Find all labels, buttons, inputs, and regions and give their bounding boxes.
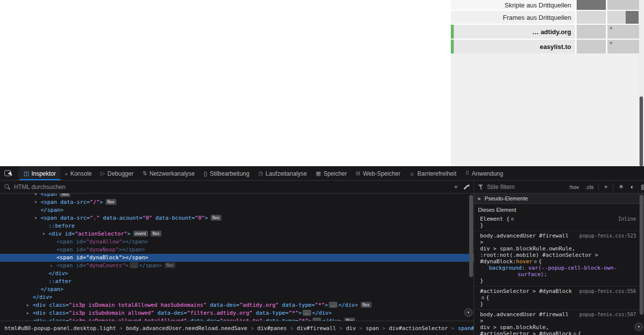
markup-row[interactable]: <span id="dynaAllow"></span> [0,238,474,246]
markup-row[interactable]: </div> [0,293,474,301]
stylesheet-link[interactable]: popup-fenix.css:556 [575,288,636,294]
rule-selector[interactable]: #actionSelector > #dynaBlock [480,288,572,294]
tab-debugger[interactable]: ▷Debugger [96,167,138,180]
firewall-row-label[interactable]: easylist.to [454,40,575,53]
rule-selector[interactable]: :root:not(.mobile) #actionSelector > [480,252,598,258]
breadcrumb-item[interactable]: html#uBO-popup-panel.desktop.light [4,325,116,332]
firewall-cell[interactable] [577,0,606,10]
dark-scheme-icon[interactable]: ◐ [629,184,636,190]
firewall-cell[interactable]: + [607,40,639,53]
css-property-name[interactable]: background [489,265,522,271]
tab-storage[interactable]: ⊟Web-Speicher [351,167,405,180]
flex-badge[interactable]: flex [106,199,116,205]
twisty-icon[interactable]: ▼ [35,214,41,222]
rule-selector[interactable]: div > span.blockRule, [480,324,549,331]
eyedropper-icon[interactable] [463,184,470,191]
firewall-row-label[interactable]: Frames aus Drittquellen [451,11,575,24]
selector-highlighter-icon[interactable]: ⚙ [482,294,484,301]
markup-row[interactable]: </span> [0,206,474,214]
twisty-icon[interactable]: ▼ [43,230,49,238]
firewall-row-label[interactable]: Skripte aus Drittquellen [451,0,575,10]
rule-selector[interactable]: #actionSelector > #dynaBlock [480,331,572,335]
stylesheet-link[interactable]: popup-fenix.css:507 [575,311,636,318]
firewall-row-label[interactable]: … adtidy.org [454,25,575,39]
breadcrumb-item[interactable]: div#panes [257,325,287,332]
style-filter-input[interactable] [487,184,564,191]
rule-selector[interactable]: #dynaBlock:hover [480,258,533,265]
stylesheet-link[interactable]: Inline [613,216,636,222]
flex-badge[interactable]: flex [361,302,372,308]
pseudo-class-panel-button[interactable]: :hov [567,184,581,190]
firewall-cell[interactable] [607,0,639,10]
show-more-button[interactable]: … [313,318,321,321]
flex-badge[interactable]: flex [59,193,70,197]
selector-highlighter-icon[interactable]: ⚙ [511,216,514,222]
tab-memory[interactable]: ▦Speicher [311,167,351,180]
rules-scrollbar-thumb[interactable] [640,195,644,315]
markup-row[interactable]: ▶<div class="is3p isSubdomain allowed" d… [0,309,474,317]
add-rule-button[interactable]: + [602,184,609,190]
twisty-icon[interactable]: ▶ [27,317,33,321]
breadcrumb-item[interactable]: span [366,325,379,332]
firewall-cell[interactable] [577,40,606,53]
markup-row[interactable]: ::before [0,222,474,230]
markup-row[interactable]: ▼<span data-src="." data-acount="0" data… [0,214,474,222]
flex-badge[interactable]: flex [344,318,355,321]
markup-row[interactable]: ▶<span id="dynaCounts">…</span>flex [0,262,474,270]
breadcrumb-item[interactable]: div#actionSelector [389,325,448,332]
twisty-icon[interactable]: ▶ [27,301,33,309]
css-property-value[interactable]: var(--popup-cell-block-own- [528,265,617,271]
rule-selector[interactable]: body.advancedUser #firewall > [480,311,575,324]
markup-row[interactable]: <span id="dynaBlock"></span> [0,254,474,262]
selector-highlighter-icon[interactable]: ⚙ [534,258,537,265]
markup-row[interactable]: </div> [0,270,474,278]
tab-network[interactable]: ⇅Netzwerkanalyse [138,167,199,180]
show-more-button[interactable]: … [329,302,337,308]
twisty-icon[interactable]: ▶ [51,262,56,270]
rules-scroll-down-button[interactable]: ▾ [635,323,643,331]
markup-row[interactable]: </span> [0,286,474,293]
rule-selector[interactable]: div > span.blockRule.ownRule, [480,245,575,252]
markup-scroll-down-button[interactable]: ▾ [464,308,473,317]
markup-scrollbar-thumb[interactable] [469,195,473,277]
stylesheet-link[interactable]: popup-fenix.css:523 [575,233,636,239]
markup-row[interactable]: ::after [0,278,474,286]
tab-inspector[interactable]: ◫Inspektor [19,167,60,180]
twisty-icon[interactable]: ▼ [35,198,41,206]
twisty-icon[interactable]: ▶ [27,309,33,317]
rule-selector[interactable]: Element { [480,216,510,222]
markup-row[interactable]: ▼<spanflex [0,193,474,198]
tab-application[interactable]: ⠿Anwendung [461,167,507,180]
firewall-cell[interactable] [577,11,606,24]
flex-badge[interactable]: flex [164,262,175,268]
markup-row[interactable]: ▼<span data-src="/">flex [0,198,474,206]
event-badge[interactable]: event [133,231,148,237]
flex-badge[interactable]: flex [151,231,161,237]
tab-console[interactable]: »Konsole [60,167,97,180]
css-declaration[interactable]: background: var(--popup-cell-block-own- [474,265,644,271]
show-more-button[interactable]: … [303,310,311,316]
markup-row[interactable]: ▶<div class="is3p isDomain totalAllowed … [0,301,474,309]
breadcrumb-item[interactable]: div [346,325,356,332]
markup-row[interactable]: <span id="dynaNoop"></span> [0,246,474,254]
breadcrumb-item[interactable]: div#firewall [297,325,336,332]
firewall-cell[interactable] [607,11,639,24]
print-media-icon[interactable]: ▤ [639,184,644,190]
popup-scrollbar[interactable] [639,0,644,166]
add-node-button[interactable]: + [452,184,459,190]
breadcrumb-item[interactable]: body.advancedUser.needReload.needSave [126,325,247,332]
tab-style-editor[interactable]: {}Stilbearbeitung [199,167,254,180]
firewall-cell[interactable] [577,25,606,39]
flex-badge[interactable]: flex [211,215,221,221]
tab-performance[interactable]: ◷Laufzeitanalyse [254,167,311,180]
show-more-button[interactable]: … [130,262,138,268]
class-panel-button[interactable]: .cls [584,184,595,190]
twisty-icon[interactable]: ▼ [35,193,41,198]
tab-accessibility[interactable]: ☺Barrierefreiheit [405,167,461,180]
pick-element-button[interactable] [4,170,13,177]
markup-row[interactable]: ▶<div class="is3p isDomain allowed total… [0,317,474,321]
pseudo-elements-header[interactable]: ▶ Pseudo-Elemente [474,193,644,204]
breadcrumb-item[interactable]: span#dynaBlock [458,325,474,332]
markup-row[interactable]: ▼<div id="actionSelector">eventflex [0,230,474,238]
popup-scrollbar-thumb[interactable] [640,96,643,166]
